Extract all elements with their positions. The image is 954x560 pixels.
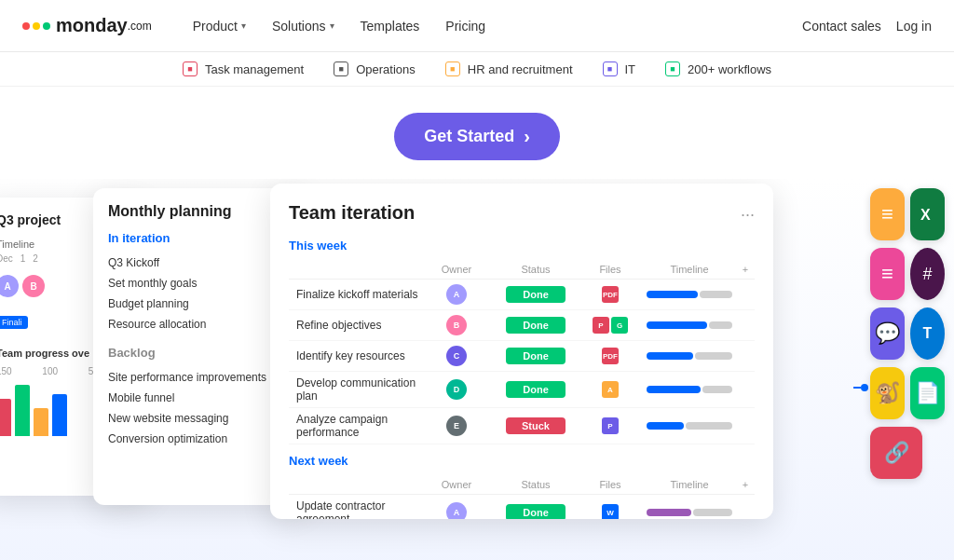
avatar: A	[446, 284, 467, 305]
nav-right: Contact sales Log in	[802, 19, 932, 34]
team-header: Team iteration ···	[289, 202, 755, 227]
excel-icon[interactable]: X	[910, 188, 945, 240]
operations-icon: ■	[334, 61, 348, 76]
avatar: A	[0, 275, 19, 297]
list-item: New website messaging	[108, 408, 293, 429]
chevron-down-icon: ▾	[330, 20, 334, 31]
get-started-button[interactable]: Get Started ›	[394, 113, 560, 160]
list-item: Mobile funnel	[108, 388, 293, 408]
chat-icon[interactable]: 💬	[870, 307, 905, 360]
workflow-operations[interactable]: ■ Operations	[334, 61, 416, 76]
task-management-icon: ■	[183, 61, 198, 76]
hr-icon: ■	[445, 61, 460, 76]
in-iteration-label: In iteration	[108, 231, 293, 245]
list-item: Resource allocation	[108, 314, 293, 335]
logo-com: .com	[128, 20, 152, 33]
teams-icon[interactable]: T	[910, 307, 945, 360]
login-button[interactable]: Log in	[896, 19, 932, 34]
bar-orange	[34, 408, 48, 436]
content-area: Q3 project Timeline Dec12 A B Finali Tea…	[0, 179, 954, 560]
workflow-200plus[interactable]: ■ 200+ workflows	[665, 61, 771, 76]
file-badge: PDF	[602, 348, 619, 364]
monthly-title: Monthly planning	[108, 203, 293, 220]
list-item: Set monthly goals	[108, 273, 293, 294]
avatar: B	[22, 275, 45, 297]
workflow-bar: ■ Task management ■ Operations ■ HR and …	[0, 52, 954, 87]
workflow-hr[interactable]: ■ HR and recruitment	[445, 61, 573, 76]
file-badge: W	[602, 504, 619, 519]
status-badge: Done	[506, 348, 566, 364]
nav-templates[interactable]: Templates	[349, 11, 431, 41]
list-item: Q3 Kickoff	[108, 253, 293, 273]
nav-links: Product ▾ Solutions ▾ Templates Pricing	[182, 11, 802, 41]
list-item: Site performance improvements	[108, 367, 293, 388]
finalize-tag: Finali	[0, 316, 28, 329]
integration-icon[interactable]: 🔗	[870, 427, 922, 479]
integrations-column: ≡ X ≡ # 💬 T	[861, 188, 954, 479]
logo[interactable]: monday.com	[22, 15, 152, 36]
team-title: Team iteration	[289, 202, 415, 224]
status-badge: Stuck	[506, 417, 566, 434]
nav-pricing[interactable]: Pricing	[434, 11, 497, 41]
list-item: Budget planning	[108, 294, 293, 314]
200plus-icon: ■	[665, 61, 680, 76]
status-badge: Done	[506, 381, 566, 398]
logo-dot-red	[22, 22, 30, 30]
logo-dot-yellow	[33, 22, 40, 30]
status-badge: Done	[506, 504, 566, 519]
workflow-it[interactable]: ■ IT	[603, 61, 636, 76]
monday-widget-icon[interactable]: ≡	[870, 188, 905, 240]
file-badge: PDF	[602, 286, 619, 303]
svg-text:X: X	[920, 207, 931, 223]
dots-menu-button[interactable]: ···	[741, 205, 755, 225]
table-row: Develop communication plan D Done A	[289, 372, 755, 408]
logo-dots	[22, 22, 50, 30]
workflow-task-management[interactable]: ■ Task management	[183, 61, 304, 76]
avatar: C	[446, 346, 467, 366]
table-row: Identify key resources C Done PDF	[289, 341, 755, 372]
logo-dot-green	[43, 22, 50, 30]
table-row: Finalize kickoff materials A Done PDF	[289, 280, 755, 310]
backlog-label: Backlog	[108, 346, 293, 360]
contact-sales-link[interactable]: Contact sales	[802, 19, 881, 34]
it-icon: ■	[603, 61, 618, 76]
avatar: E	[446, 416, 467, 436]
logo-text: monday	[56, 15, 128, 36]
file-badge: P	[602, 417, 619, 434]
avatar: A	[446, 502, 467, 519]
table-row: Update contractor agreement A Done W	[289, 495, 755, 519]
nav-product[interactable]: Product ▾	[182, 11, 257, 41]
mailchimp-icon[interactable]: 🐒	[870, 367, 905, 419]
next-week-label: Next week	[289, 454, 755, 468]
hero-section: Get Started ›	[0, 87, 954, 179]
notes-icon[interactable]: ≡	[870, 248, 905, 300]
status-badge: Done	[506, 317, 566, 334]
table-header-next: Owner Status Files Timeline +	[289, 475, 755, 495]
bar-blue	[52, 394, 67, 436]
table-row: Analyze campaign performance E Stuck P	[289, 408, 755, 444]
table-row: Refine objectives B Done PG	[289, 310, 755, 341]
docs-icon[interactable]: 📄	[910, 367, 945, 419]
slack-icon[interactable]: #	[910, 248, 945, 300]
file-badge: P	[593, 317, 609, 334]
list-item: Conversion optimization	[108, 429, 293, 449]
chevron-down-icon: ▾	[241, 20, 246, 31]
bar-green	[15, 385, 30, 436]
bar-red	[0, 399, 11, 436]
avatar: D	[446, 379, 467, 400]
nav-solutions[interactable]: Solutions ▾	[261, 11, 346, 41]
team-iteration-card: Team iteration ··· This week Owner Statu…	[270, 184, 773, 519]
table-header: Owner Status Files Timeline +	[289, 260, 755, 280]
arrow-icon: ›	[524, 126, 530, 147]
status-badge: Done	[506, 286, 566, 303]
this-week-label: This week	[289, 239, 755, 253]
file-badge: A	[602, 381, 619, 398]
avatar: B	[446, 315, 467, 335]
file-badge: G	[611, 317, 628, 334]
navigation: monday.com Product ▾ Solutions ▾ Templat…	[0, 0, 954, 52]
